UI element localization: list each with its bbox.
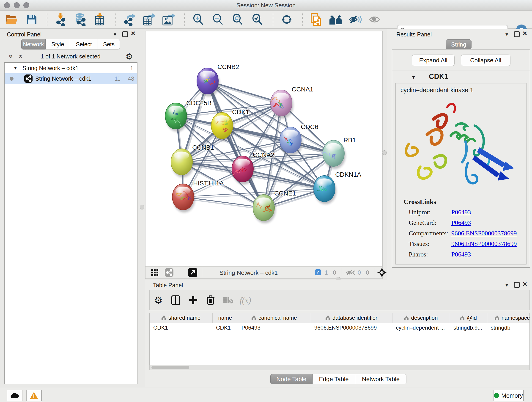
tab-string[interactable]: String — [446, 39, 472, 50]
import-database-icon[interactable] — [73, 12, 88, 27]
left-splitter-handle[interactable] — [140, 205, 144, 210]
crosslink-link[interactable]: P06493 — [451, 251, 471, 258]
table-cell[interactable]: cyclin–dependent ... — [392, 323, 450, 332]
table-hscrollbar[interactable] — [149, 365, 530, 370]
crosslink-link[interactable]: P06493 — [451, 219, 471, 226]
network-view: CCNB2CCNA1CDC25BCDK1CDC6RB1CCNB1CCNA2CDK… — [145, 31, 383, 279]
open-in-window-icon[interactable] — [188, 268, 197, 277]
tab-node-table[interactable]: Node Table — [270, 374, 312, 384]
network-selection-bar: » » 1 of 1 Network selected ⚙ — [4, 53, 137, 62]
tab-style[interactable]: Style — [46, 39, 70, 50]
tab-select[interactable]: Select — [70, 39, 98, 50]
import-network-icon[interactable] — [53, 12, 68, 27]
export-table-icon[interactable] — [142, 12, 157, 27]
column-header-name[interactable]: name — [212, 313, 238, 323]
grid-mode-icon[interactable] — [151, 269, 159, 277]
network-row[interactable]: String Network – cdk1 11 48 — [5, 73, 137, 84]
collapse-triangle-icon[interactable]: ▼ — [13, 65, 18, 70]
table-header: shared namenamecanonical namedatabase id… — [150, 313, 530, 323]
tab-network[interactable]: Network — [21, 39, 46, 50]
tab-edge-table[interactable]: Edge Table — [312, 374, 355, 384]
column-header-database-identifier[interactable]: database identifier — [311, 313, 393, 323]
hide-selected-icon[interactable] — [348, 12, 363, 27]
node-label-CDC25B: CDC25B — [186, 99, 211, 107]
gear-icon[interactable]: ⚙ — [126, 52, 133, 61]
selected-checkbox[interactable]: ✓ — [315, 269, 321, 275]
column-header--id[interactable]: @id — [450, 313, 487, 323]
import-table-icon[interactable] — [93, 12, 108, 27]
current-network-dot — [10, 77, 13, 81]
fit-selected-icon[interactable] — [377, 268, 386, 277]
column-header-canonical-name[interactable]: canonical name — [238, 313, 311, 323]
open-file-icon[interactable] — [4, 12, 19, 27]
export-image-icon[interactable] — [161, 12, 177, 27]
memory-button[interactable]: Memory — [493, 390, 524, 401]
table-cell[interactable]: 9606.ENSP00000378699 — [311, 323, 392, 332]
cloud-button[interactable] — [7, 390, 22, 401]
node-label-RB1: RB1 — [343, 137, 356, 144]
node-RB1[interactable]: RB1 — [322, 137, 356, 169]
table-cell[interactable]: CDK1 — [150, 323, 212, 332]
clone-network-icon[interactable] — [308, 12, 323, 27]
refresh-icon[interactable] — [279, 12, 294, 27]
crosslink-link[interactable]: P06493 — [451, 209, 471, 216]
protein-structure-image — [399, 98, 523, 197]
save-session-icon[interactable] — [24, 12, 39, 27]
table-cell[interactable]: CDK1 — [212, 323, 238, 332]
node-label-CCNE1: CCNE1 — [274, 190, 296, 197]
control-panel-tabs: NetworkStyleSelectSets — [21, 39, 120, 50]
tab-sets[interactable]: Sets — [98, 39, 120, 50]
columns-icon[interactable] — [167, 295, 184, 305]
table-cell[interactable]: P06493 — [238, 323, 311, 332]
node-label-HIST1H1A: HIST1H1A — [193, 180, 224, 187]
node-CCNE1[interactable]: CCNE1 — [253, 190, 296, 223]
delete-table-icon[interactable] — [219, 296, 237, 304]
right-splitter-handle[interactable] — [382, 150, 387, 155]
tab-network-table[interactable]: Network Table — [355, 374, 406, 384]
node-count: 11 — [114, 75, 120, 82]
column-header-namespace[interactable]: namespace — [487, 313, 530, 323]
warnings-button[interactable] — [26, 390, 42, 401]
crosslink-label: GeneCard: — [409, 219, 437, 226]
add-column-icon[interactable] — [184, 296, 202, 305]
table-cell[interactable]: stringdb:9... — [450, 323, 487, 332]
network-collection-row[interactable]: ▼ String Network – cdk1 1 — [5, 63, 137, 73]
show-all-icon[interactable] — [367, 12, 383, 27]
float-panel-icon[interactable]: ▼ — [113, 32, 117, 37]
close-panel-icon[interactable]: ✕ — [131, 30, 136, 37]
crosslink-row: GeneCard: P06493 — [409, 219, 437, 226]
gear-icon[interactable]: ⚙ — [150, 295, 167, 306]
selected-counts: 1 - 0 — [325, 269, 336, 276]
crosslink-link[interactable]: 9606.ENSP00000378699 — [451, 240, 517, 248]
network-canvas[interactable]: CCNB2CCNA1CDC25BCDK1CDC6RB1CCNB1CCNA2CDK… — [146, 32, 382, 266]
close-panel-icon[interactable]: ✕ — [522, 30, 527, 37]
table-cell[interactable]: stringdb — [487, 323, 530, 332]
delete-column-icon[interactable] — [202, 295, 219, 305]
zoom-fit-icon[interactable] — [230, 12, 245, 27]
float-panel-icon[interactable]: ▼ — [505, 283, 509, 288]
network-label: String Network – cdk1 — [35, 75, 91, 82]
zoom-out-icon[interactable] — [210, 12, 225, 27]
node-CDKN1A[interactable]: CDKN1A — [314, 171, 361, 204]
selection-status: 1 of 1 Network selected — [4, 53, 137, 60]
scrollbar-thumb[interactable] — [152, 366, 189, 369]
zoom-selected-icon[interactable] — [250, 12, 265, 27]
home-icon[interactable] — [328, 12, 343, 27]
maximize-panel-icon[interactable] — [514, 32, 520, 37]
node-CDC6[interactable]: CDC6 — [280, 123, 318, 156]
close-panel-icon[interactable]: ✕ — [522, 281, 527, 288]
view-mode-icon[interactable] — [165, 268, 173, 277]
maximize-panel-icon[interactable] — [122, 32, 128, 37]
expand-all-button[interactable]: Expand All — [412, 55, 455, 66]
node-label-CCNA1: CCNA1 — [292, 86, 313, 93]
crosslink-link[interactable]: 9606.ENSP00000378699 — [451, 230, 517, 237]
float-panel-icon[interactable]: ▼ — [505, 32, 509, 37]
zoom-in-icon[interactable] — [191, 12, 206, 27]
collapse-all-button[interactable]: Collapse All — [461, 55, 510, 66]
collapse-triangle-icon[interactable]: ▼ — [411, 74, 416, 80]
column-header-shared-name[interactable]: shared name — [150, 313, 213, 323]
export-network-icon[interactable] — [122, 12, 137, 27]
maximize-panel-icon[interactable] — [514, 282, 520, 288]
column-header-description[interactable]: description — [392, 313, 450, 323]
function-builder-icon[interactable]: f(x) — [237, 295, 254, 305]
